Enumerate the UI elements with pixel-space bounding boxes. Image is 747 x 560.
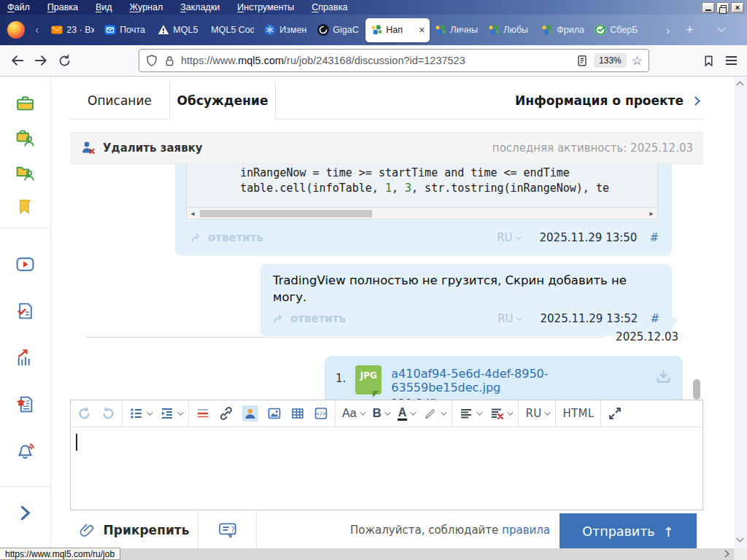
save-bookmark-icon[interactable] — [702, 54, 716, 68]
fullscreen-button[interactable] — [603, 400, 627, 427]
rules-link[interactable]: правила — [502, 524, 550, 537]
redo-button[interactable] — [96, 400, 120, 427]
date-divider: 2025.12.03 — [86, 327, 678, 346]
browser-tab[interactable]: Личны — [430, 18, 483, 42]
delete-request-button[interactable]: Удалить заявку — [80, 140, 203, 156]
menu-hamburger-icon[interactable] — [726, 56, 737, 65]
document-check-icon[interactable] — [15, 300, 36, 322]
scrollbar-thumb[interactable] — [200, 210, 372, 217]
scroll-right-icon[interactable] — [722, 551, 729, 558]
chart-growth-icon[interactable] — [15, 346, 36, 368]
scroll-down-icon[interactable] — [737, 535, 744, 542]
briefcase-person-icon[interactable] — [15, 127, 36, 149]
shield-icon[interactable] — [145, 54, 158, 67]
folder-person-icon[interactable] — [15, 161, 36, 183]
bookmark-star-icon[interactable]: ☆ — [632, 53, 643, 69]
align-button[interactable] — [454, 400, 485, 427]
download-button[interactable] — [655, 368, 672, 400]
bold-button[interactable]: B — [368, 400, 393, 427]
menu-item[interactable]: Вид — [96, 2, 112, 12]
tab-overflow-icon[interactable]: › — [659, 24, 677, 36]
bookmark-icon[interactable] — [15, 195, 36, 217]
back-button[interactable] — [6, 49, 29, 72]
new-tab-button[interactable]: + — [677, 23, 703, 38]
url-bar[interactable]: https://www.mql5.com/ru/job/243168/discu… — [139, 49, 649, 72]
font-color-button[interactable]: A — [393, 400, 419, 427]
browser-tab[interactable]: Измен — [259, 18, 312, 42]
video-play-icon[interactable] — [15, 253, 36, 275]
notifications-bell-icon[interactable] — [15, 440, 36, 462]
bullet-list-button[interactable] — [125, 400, 155, 427]
browser-tab[interactable]: Фрила — [536, 18, 589, 42]
browser-tab[interactable]: Почта — [99, 18, 152, 42]
minimize-button[interactable] — [702, 2, 715, 13]
tab-scroll-left-icon[interactable]: ‹ — [35, 23, 39, 36]
briefcase-icon[interactable] — [15, 93, 36, 114]
attach-button[interactable]: Прикрепить — [70, 511, 198, 549]
attachment-filename-link[interactable]: a410af94-5e6d-4def-8950-63559be15dec.jpg — [391, 367, 646, 394]
reply-button[interactable]: ответить — [190, 231, 263, 244]
education-icon[interactable] — [15, 393, 36, 415]
sidebar-expand-icon[interactable] — [15, 502, 36, 524]
browser-tab[interactable]: 23 · Вх — [46, 18, 99, 42]
forward-button[interactable] — [29, 49, 53, 72]
avatar-button[interactable] — [238, 400, 263, 427]
browser-tab[interactable]: MQL5 C — [152, 18, 206, 42]
highlight-button[interactable] — [419, 400, 449, 427]
comment-help-button[interactable]: ? — [198, 511, 257, 549]
link-button[interactable] — [214, 400, 238, 427]
tab-discussion[interactable]: Обсуждение — [169, 82, 276, 120]
menu-item[interactable]: Инструменты — [237, 2, 294, 12]
horizontal-rule-button[interactable] — [191, 400, 214, 427]
undo-button[interactable] — [73, 400, 96, 427]
code-button[interactable]: </> — [309, 400, 333, 427]
comment-permalink[interactable]: # — [650, 312, 659, 325]
toolbar-separator — [122, 400, 123, 427]
svg-text:?: ? — [231, 526, 234, 534]
code-horizontal-scrollbar[interactable]: ◂ ▸ — [187, 207, 657, 219]
close-button[interactable]: × — [731, 2, 744, 13]
language-dropdown[interactable]: RU — [498, 312, 521, 325]
font-size-button[interactable]: Aa — [338, 400, 368, 427]
browser-tab[interactable]: MQL5 Code — [206, 18, 259, 42]
browser-tab[interactable]: Любы — [483, 18, 536, 42]
language-dropdown[interactable]: RU — [497, 231, 520, 244]
page-vertical-scrollbar[interactable] — [734, 77, 747, 548]
zoom-level-badge[interactable]: 133% — [594, 53, 627, 68]
reader-mode-icon[interactable] — [576, 54, 589, 67]
comment-question-icon: ? — [217, 521, 238, 540]
browser-tab[interactable]: Нап× — [365, 18, 430, 42]
clear-format-button[interactable] — [485, 400, 516, 427]
scroll-left-icon[interactable]: ◂ — [187, 208, 198, 219]
indent-button[interactable] — [155, 400, 186, 427]
thread-scrollbar-thumb[interactable] — [693, 379, 700, 400]
browser-tab[interactable]: СберБ — [589, 18, 643, 42]
menu-item[interactable]: Справка — [311, 2, 347, 12]
reload-button[interactable] — [53, 49, 76, 72]
tab-list-dropdown-icon[interactable] — [717, 24, 725, 32]
firefox-logo-icon[interactable] — [7, 21, 25, 39]
menu-item[interactable]: Файл — [7, 2, 30, 12]
chevron-down-icon — [516, 314, 522, 320]
scroll-up-icon[interactable] — [737, 82, 744, 89]
comment-input[interactable] — [71, 427, 703, 510]
browser-tab[interactable]: GigaC — [312, 18, 365, 42]
tab-description[interactable]: Описание — [70, 82, 169, 119]
menu-item[interactable]: Журнал — [130, 2, 163, 12]
close-tab-icon[interactable]: × — [419, 24, 425, 36]
project-info-link[interactable]: Информация о проекте — [515, 82, 703, 119]
restore-button[interactable] — [716, 2, 729, 13]
table-button[interactable] — [286, 400, 309, 427]
image-button[interactable] — [263, 400, 286, 427]
send-button[interactable]: Отправить ↑ — [560, 513, 697, 550]
menu-item[interactable]: Правка — [47, 2, 78, 12]
menu-item[interactable]: Закладки — [180, 2, 220, 12]
lock-icon[interactable] — [163, 55, 176, 67]
editor-language-button[interactable]: RU — [521, 400, 553, 427]
comment-permalink[interactable]: # — [649, 231, 659, 244]
editor-html-button[interactable]: HTML — [558, 400, 598, 427]
scroll-right-icon[interactable]: ▸ — [646, 208, 657, 219]
url-text[interactable]: https://www.mql5.com/ru/job/243168/discu… — [181, 55, 570, 66]
comment-bubble: TradingView полностью не грузится, Скрин… — [260, 264, 672, 336]
reply-button[interactable]: ответить — [273, 312, 346, 325]
